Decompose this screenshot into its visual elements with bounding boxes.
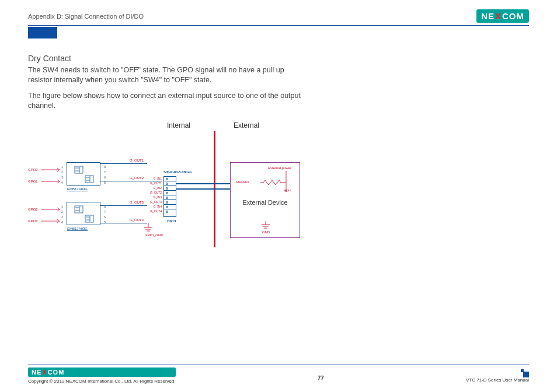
brand-logo: NEXCOM bbox=[476, 9, 529, 23]
paragraph-2: The figure below shows how to connect an… bbox=[28, 91, 308, 111]
ext-circuit-icon bbox=[254, 167, 295, 197]
corner-icon bbox=[521, 369, 529, 377]
chip1-pins-right: 8 7 6 5 bbox=[104, 164, 106, 186]
svg-rect-3 bbox=[85, 215, 93, 222]
label-gout4: G_OUT4 bbox=[130, 218, 144, 222]
mosfet-icon bbox=[74, 166, 94, 183]
label-external: External bbox=[234, 121, 259, 130]
mosfet-icon bbox=[74, 205, 94, 223]
label-resistor: Resistor bbox=[236, 180, 249, 184]
label-gout1: G_OUT1 bbox=[130, 159, 144, 162]
section-tab bbox=[28, 27, 57, 38]
section-title: Dry Contact bbox=[28, 54, 529, 63]
appendix-title: Appendix D: Signal Connection of DI/DO bbox=[28, 13, 144, 20]
label-input: Input bbox=[284, 188, 291, 192]
svg-rect-0 bbox=[75, 166, 83, 173]
copyright-text: Copyright © 2012 NEXCOM International Co… bbox=[28, 379, 176, 384]
label-gpio-gnd: GPIO_GND bbox=[145, 233, 163, 237]
page-footer: NEXCOM Copyright © 2012 NEXCOM Internati… bbox=[28, 365, 529, 384]
label-gout2: G_OUT2 bbox=[130, 176, 144, 180]
label-gnd: GND bbox=[262, 230, 270, 234]
chip2-partno: EMB17A03G bbox=[67, 227, 88, 230]
connector-footprint: SID-F-90-5.08mm bbox=[163, 170, 192, 174]
label-gpo3: GPO3 bbox=[28, 219, 38, 223]
chip2-pins-right: 8 7 6 5 bbox=[104, 204, 106, 225]
wire bbox=[176, 188, 230, 190]
page-number: 77 bbox=[318, 375, 324, 382]
connector-cn13: G_IN1 G_OUT1 G_IN2 G_OUT2 G_IN3 G_OUT3 G… bbox=[163, 176, 176, 217]
svg-rect-1 bbox=[85, 176, 93, 183]
wiring-diagram: Internal External 1 2 3 4 8 7 6 5 EMB17A… bbox=[28, 123, 402, 257]
label-gpo0: GPO0 bbox=[28, 168, 38, 172]
wire bbox=[100, 205, 147, 206]
chip-emb17a03g-bottom: 1 2 3 4 8 7 6 5 EMB17A03G bbox=[67, 202, 100, 225]
label-gpo1: GPO1 bbox=[28, 180, 38, 183]
label-internal: Internal bbox=[167, 121, 190, 130]
gnd-icon bbox=[260, 221, 271, 229]
chip-emb17a03g-top: 1 2 3 4 8 7 6 5 EMB17A03G bbox=[67, 162, 100, 186]
footer-brand-logo: NEXCOM bbox=[28, 368, 176, 377]
brand-text-x: X bbox=[495, 11, 502, 21]
wire bbox=[176, 183, 230, 184]
wire bbox=[100, 223, 147, 223]
chip1-partno: EMB17A03G bbox=[67, 187, 88, 191]
label-gout3: G_OUT3 bbox=[130, 201, 144, 204]
connector-ref: CN13 bbox=[167, 219, 176, 223]
wire bbox=[100, 163, 147, 164]
gpio-gnd-icon bbox=[142, 223, 154, 233]
label-external-device: External Device bbox=[231, 199, 300, 206]
svg-rect-2 bbox=[75, 206, 83, 213]
brand-text-a: NE bbox=[481, 11, 495, 21]
external-device-box: External power Resistor Input External D… bbox=[230, 162, 300, 238]
label-gpo2: GPO2 bbox=[28, 208, 38, 211]
brand-text-b: COM bbox=[502, 11, 524, 21]
gpo-arrows-icon bbox=[41, 167, 65, 225]
paragraph-1: The SW4 needs to switch to "OFF" state. … bbox=[28, 65, 308, 85]
manual-name: VTC 71-D Series User Manual bbox=[466, 377, 529, 383]
